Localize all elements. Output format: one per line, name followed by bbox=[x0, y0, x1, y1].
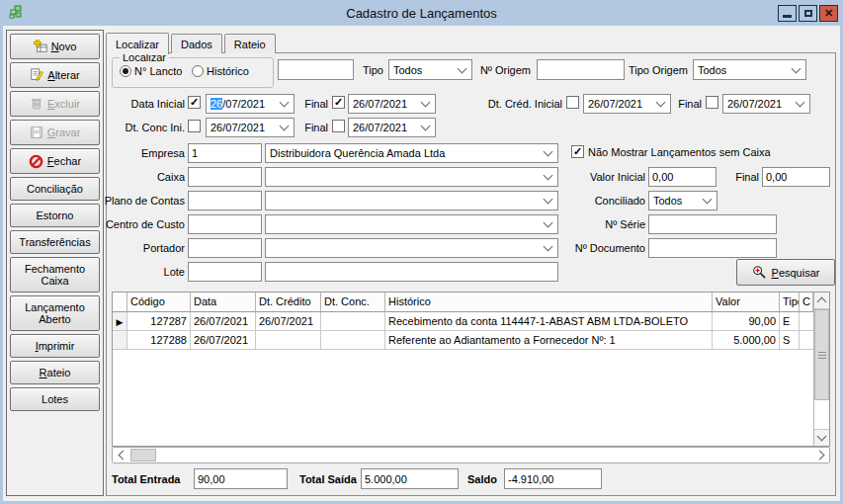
col-header-data[interactable]: Data bbox=[191, 293, 256, 312]
dt-cred-inicial-datepicker[interactable]: 26/07/2021 bbox=[583, 94, 671, 114]
col-header-codigo[interactable]: Código bbox=[127, 293, 191, 312]
lote-desc-input[interactable] bbox=[265, 262, 558, 282]
col-header-tipo[interactable]: Tipo bbox=[780, 293, 800, 312]
app-window: Cadastro de Lançamentos ✕ Novo Al bbox=[0, 0, 843, 504]
num-documento-label: Nº Documento bbox=[563, 242, 645, 255]
titlebar: Cadastro de Lançamentos ✕ bbox=[0, 0, 843, 26]
num-serie-input[interactable] bbox=[648, 214, 777, 234]
valor-final-input[interactable] bbox=[762, 167, 830, 187]
dt-cred-final-checkbox[interactable] bbox=[706, 96, 718, 109]
radio-historico[interactable] bbox=[192, 65, 204, 77]
data-final-datepicker[interactable]: 26/07/2021 bbox=[348, 94, 436, 114]
saldo-input[interactable] bbox=[504, 468, 602, 489]
data-inicial-checkbox[interactable] bbox=[188, 96, 201, 109]
num-origem-input[interactable] bbox=[537, 59, 625, 80]
close-icon: ✕ bbox=[824, 8, 833, 19]
scroll-down-button[interactable] bbox=[814, 429, 829, 446]
cell-codigo: 127288 bbox=[127, 331, 191, 350]
col-header-dt-credito[interactable]: Dt. Crédito bbox=[256, 293, 321, 312]
valor-inicial-input[interactable] bbox=[648, 167, 717, 187]
dt-conc-inicial-label: Dt. Conc Ini. bbox=[119, 122, 185, 134]
rateio-label: Rateio bbox=[40, 367, 71, 378]
alterar-button[interactable]: Alterar bbox=[10, 62, 100, 88]
lancamento-aberto-button[interactable]: Lançamento Aberto bbox=[10, 295, 100, 331]
tab-bar: Localizar Dados Rateio bbox=[106, 33, 278, 53]
total-saida-input[interactable] bbox=[361, 468, 459, 489]
conciliado-select[interactable]: Todos bbox=[648, 191, 717, 210]
scroll-up-button[interactable] bbox=[814, 293, 829, 309]
num-documento-input[interactable] bbox=[648, 238, 777, 258]
horizontal-scrollbar[interactable] bbox=[112, 447, 830, 463]
estorno-button[interactable]: Estorno bbox=[10, 204, 100, 227]
lote-code-input[interactable] bbox=[188, 262, 262, 282]
novo-button[interactable]: Novo bbox=[10, 34, 100, 59]
chevron-down-icon bbox=[544, 147, 553, 157]
data-inicial-datepicker[interactable]: 26/07/2021 bbox=[206, 94, 295, 114]
window-controls: ✕ bbox=[778, 5, 838, 22]
dt-cred-inicial-checkbox[interactable] bbox=[566, 96, 579, 109]
chevron-down-icon bbox=[792, 63, 801, 73]
data-final-checkbox[interactable] bbox=[332, 96, 345, 109]
vertical-scrollbar[interactable] bbox=[813, 293, 829, 446]
data-inicial-selected-part: 26 bbox=[211, 98, 222, 110]
chevron-left-icon bbox=[118, 451, 127, 461]
tipo-select[interactable]: Todos bbox=[388, 59, 472, 80]
tab-dados[interactable]: Dados bbox=[171, 34, 222, 53]
horizontal-scroll-thumb[interactable] bbox=[130, 449, 156, 462]
scroll-right-button[interactable] bbox=[812, 448, 829, 462]
centro-custo-select[interactable] bbox=[265, 214, 558, 234]
excluir-button[interactable]: Excluir bbox=[10, 91, 100, 117]
maximize-button[interactable] bbox=[799, 5, 817, 22]
total-entrada-input[interactable] bbox=[194, 468, 288, 489]
caixa-code-input[interactable] bbox=[188, 167, 262, 187]
cell-tipo: E bbox=[780, 312, 800, 331]
dt-conc-final-datepicker[interactable]: 26/07/2021 bbox=[348, 118, 436, 137]
minimize-button[interactable] bbox=[778, 5, 797, 22]
empresa-select[interactable]: Distribuidora Querência Amada Ltda bbox=[265, 143, 558, 163]
table-row[interactable]: 127288 26/07/2021 Referente ao Adiantame… bbox=[113, 331, 813, 350]
rateio-button[interactable]: Rateio bbox=[10, 361, 100, 384]
plano-contas-select[interactable] bbox=[265, 191, 558, 210]
caixa-select[interactable] bbox=[265, 167, 558, 187]
fechamento-caixa-button[interactable]: Fechamento Caixa bbox=[10, 257, 100, 293]
dt-conc-final-checkbox[interactable] bbox=[332, 120, 345, 132]
nao-mostrar-checkbox[interactable] bbox=[571, 145, 584, 158]
gravar-button[interactable]: Gravar bbox=[10, 120, 100, 145]
vertical-scroll-thumb[interactable] bbox=[814, 309, 829, 400]
cell-tipo: S bbox=[780, 331, 800, 350]
tipo-origem-select[interactable]: Todos bbox=[693, 59, 806, 80]
radio-num-lancto[interactable] bbox=[120, 65, 131, 77]
edit-icon bbox=[30, 68, 43, 82]
col-header-historico[interactable]: Histórico bbox=[385, 293, 713, 312]
imprimir-button[interactable]: Imprimir bbox=[10, 334, 100, 358]
lotes-button[interactable]: Lotes bbox=[10, 387, 100, 411]
dt-conc-inicial-datepicker[interactable]: 26/07/2021 bbox=[206, 118, 295, 137]
dt-cred-final-datepicker[interactable]: 26/07/2021 bbox=[722, 94, 810, 114]
scroll-left-button[interactable] bbox=[113, 448, 129, 462]
grid-area: Código Data Dt. Crédito Dt. Conc. Histór… bbox=[113, 293, 813, 446]
transferencias-button[interactable]: Transferências bbox=[10, 230, 100, 254]
table-row[interactable]: ▶ 127287 26/07/2021 26/07/2021 Recebimen… bbox=[113, 312, 813, 331]
cell-dt-credito: 26/07/2021 bbox=[256, 312, 321, 331]
tab-localizar[interactable]: Localizar bbox=[106, 33, 169, 54]
plano-contas-code-input[interactable] bbox=[188, 191, 262, 210]
dt-conc-inicial-checkbox[interactable] bbox=[188, 120, 201, 132]
chevron-down-icon bbox=[817, 432, 827, 442]
pesquisar-button[interactable]: Pesquisar bbox=[736, 259, 835, 286]
tipo-origem-value: Todos bbox=[698, 64, 726, 76]
conciliacao-button[interactable]: Conciliação bbox=[10, 177, 100, 201]
data-inicial-rest: /07/2021 bbox=[222, 98, 265, 110]
portador-code-input[interactable] bbox=[188, 238, 262, 258]
col-header-valor[interactable]: Valor bbox=[713, 293, 780, 312]
close-button[interactable]: ✕ bbox=[819, 5, 838, 22]
portador-select[interactable] bbox=[265, 238, 558, 258]
radio-num-lancto-label: N° Lancto bbox=[134, 65, 182, 78]
lotes-label: Lotes bbox=[42, 393, 68, 405]
col-header-c[interactable]: C bbox=[800, 293, 813, 312]
tab-rateio[interactable]: Rateio bbox=[224, 34, 276, 53]
centro-custo-code-input[interactable] bbox=[188, 214, 262, 234]
empresa-code-input[interactable] bbox=[188, 143, 262, 163]
fechar-button[interactable]: Fechar bbox=[10, 148, 100, 174]
sidebar: Novo Alterar Excluir bbox=[6, 30, 104, 496]
col-header-dt-conc[interactable]: Dt. Conc. bbox=[321, 293, 385, 312]
